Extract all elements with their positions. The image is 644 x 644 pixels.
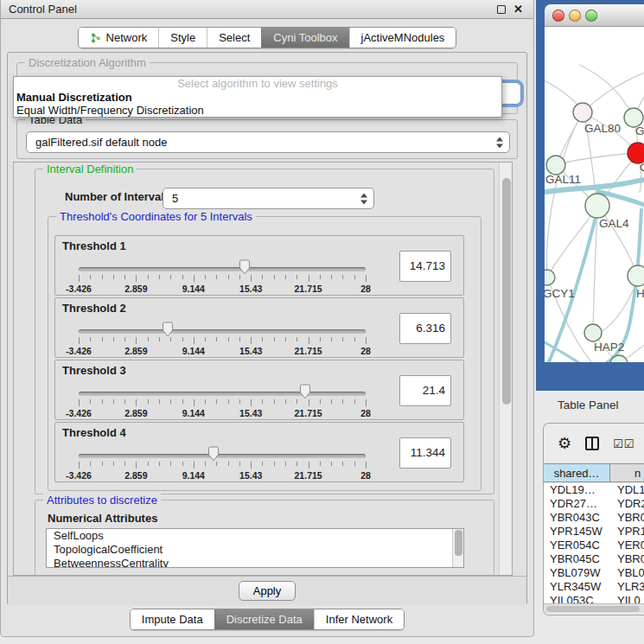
table-row[interactable]: YBR043CYBR0 (544, 511, 644, 525)
float-window-icon[interactable] (497, 5, 506, 14)
network-node-h[interactable] (628, 265, 644, 286)
table-row[interactable]: YDL19…YDL1 (544, 483, 644, 497)
threshold-slider[interactable]: -3.4262.8599.14415.4321.71528 (55, 423, 401, 483)
tick-mark (331, 399, 332, 404)
threshold-value-field[interactable]: 11.344 (399, 437, 451, 469)
tick-mark (239, 462, 240, 466)
zoom-traffic-light-icon[interactable] (585, 10, 597, 22)
checkbox-columns-icon[interactable]: ☑☑ (613, 437, 634, 450)
network-node-gcy1[interactable] (545, 270, 555, 285)
tick-mark (262, 462, 263, 466)
node-label-gal11: GAL11 (545, 173, 581, 186)
tab-style[interactable]: Style (158, 28, 207, 48)
dropdown-option-equal-width-frequency[interactable]: Equal Width/Frequency Discretization (14, 104, 501, 117)
threshold-value-field[interactable]: 21.4 (399, 375, 451, 406)
tick-mark (205, 275, 206, 279)
tick-mark (194, 462, 194, 469)
bottom-tab-bar: Impute DataDiscretize DataInfer Network (1, 609, 533, 630)
tick-label: 21.715 (295, 346, 322, 356)
table-row[interactable]: YBR045CYBR0 (544, 552, 644, 566)
tick-mark (366, 399, 367, 406)
network-node-gal4[interactable] (585, 194, 609, 218)
threshold-value-field[interactable]: 6.316 (399, 313, 451, 344)
tick-label: 15.43 (239, 284, 262, 294)
slider-track (79, 267, 366, 271)
tab-jactivemnodules[interactable]: jActiveMNodules (349, 28, 456, 48)
slider-thumb-icon[interactable] (162, 322, 174, 337)
node-label-hap2: HAP2 (594, 341, 624, 354)
scrollbar-thumb[interactable] (546, 606, 640, 612)
table-horizontal-scrollbar[interactable] (544, 603, 644, 613)
tick-mark (102, 275, 103, 279)
tick-mark (216, 337, 217, 341)
tab-select[interactable]: Select (207, 28, 261, 48)
tick-mark (124, 462, 125, 466)
table-data-combobox[interactable]: galFiltered.sif default node (26, 131, 510, 153)
attributes-list-scrollbar[interactable] (452, 529, 463, 567)
threshold-slider[interactable]: -3.4262.8599.14415.4321.71528 (55, 298, 401, 359)
tick-mark (159, 337, 160, 341)
apply-button[interactable]: Apply (239, 581, 296, 601)
table-row[interactable]: YLR345WYLR3 (544, 580, 644, 594)
tick-label: 9.144 (182, 284, 205, 294)
minimize-traffic-light-icon[interactable] (569, 10, 581, 22)
tick-mark (285, 337, 286, 341)
slider-thumb-icon[interactable] (207, 446, 220, 462)
close-traffic-light-icon[interactable] (552, 10, 564, 22)
network-canvas[interactable]: GAL80GACGAL11GAL4GCY1HHAP2 (545, 27, 644, 362)
tick-mark (205, 337, 206, 341)
tab-cyni-toolbox[interactable]: Cyni Toolbox (261, 28, 348, 48)
tick-mark (102, 399, 103, 404)
network-node-gal11[interactable] (546, 156, 565, 175)
tick-label: -3.426 (66, 470, 92, 481)
tick-mark (274, 275, 275, 279)
slider-thumb-icon[interactable] (299, 384, 311, 399)
threshold-slider[interactable]: -3.4262.8599.14415.4321.71528 (55, 236, 401, 296)
combo-stepper-icon (360, 193, 368, 204)
tab-infer-network[interactable]: Infer Network (314, 609, 404, 629)
settings-vertical-scrollbar[interactable] (499, 163, 512, 575)
dropdown-option-manual-discretization[interactable]: Manual Discretization (14, 91, 501, 104)
network-node-gal80[interactable] (573, 103, 592, 122)
tick-mark (148, 399, 149, 404)
network-window-titlebar[interactable] (545, 4, 644, 27)
tab-network[interactable]: Network (79, 28, 159, 48)
tick-mark (90, 337, 91, 341)
attribute-list-item-topologicalcoefficient[interactable]: TopologicalCoefficient (47, 543, 463, 557)
column-header-name[interactable]: n (610, 464, 644, 481)
attribute-list-item-selfloops[interactable]: SelfLoops (47, 529, 463, 543)
tick-mark (228, 275, 229, 279)
discretization-algorithm-group-title: Discretization Algorithm (25, 56, 150, 69)
tick-label: 28 (360, 346, 371, 356)
tick-mark (320, 462, 321, 466)
close-icon[interactable]: ✕ (513, 5, 523, 14)
column-header-shared-name[interactable]: shared… (544, 464, 610, 481)
tick-mark (159, 275, 160, 279)
threshold-panel-2: Threshold 2-3.4262.8599.14415.4321.71528… (54, 297, 464, 358)
scrollbar-thumb[interactable] (502, 178, 511, 405)
scrollbar-thumb[interactable] (455, 530, 462, 556)
threshold-value-field[interactable]: 14.713 (399, 251, 451, 282)
number-of-intervals-combobox[interactable]: 5 (163, 188, 374, 209)
tab-discretize-data[interactable]: Discretize Data (214, 609, 314, 629)
number-of-intervals-label: Number of Intervals (65, 190, 170, 203)
slider-thumb-icon[interactable] (239, 259, 251, 275)
table-row[interactable]: YER054CYER0 (544, 539, 644, 552)
network-node-hap2[interactable] (584, 324, 602, 341)
tick-mark (124, 399, 125, 404)
attribute-list-item-betweennesscentrality[interactable]: BetweennessCentrality (47, 557, 463, 568)
split-columns-icon[interactable] (585, 437, 599, 450)
table-row[interactable]: YPR145WYPR1 (544, 525, 644, 539)
table-data-combobox-value: galFiltered.sif default node (35, 132, 167, 152)
table-row[interactable]: YIL053CYIL0 (544, 594, 644, 603)
cell-shared-name: YPR145W (544, 525, 613, 539)
table-row[interactable]: YDR27…YDR2 (544, 497, 644, 511)
threshold-slider[interactable]: -3.4262.8599.14415.4321.71528 (55, 360, 401, 421)
algorithm-dropdown-popup: Select algorithm to view settings Manual… (13, 76, 502, 118)
tab-impute-data[interactable]: Impute Data (131, 609, 214, 629)
table-row[interactable]: YBL079WYBL0 (544, 566, 644, 580)
number-of-intervals-value: 5 (172, 188, 178, 208)
gear-icon[interactable]: ⚙ (558, 436, 571, 451)
slider-track (79, 392, 366, 396)
dropdown-prompt: Select algorithm to view settings (14, 77, 501, 91)
